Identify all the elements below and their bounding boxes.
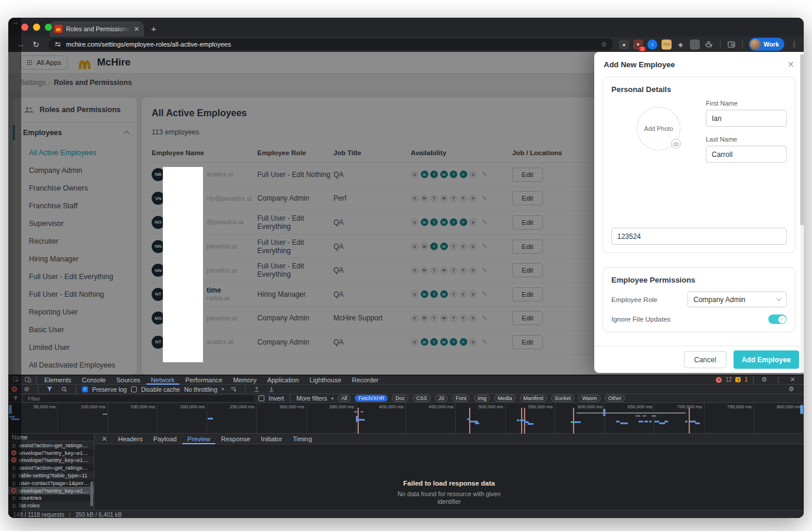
request-type-pill[interactable]: Socket: [551, 395, 575, 402]
filter-funnel-icon[interactable]: [44, 386, 55, 392]
devtools-menu-icon[interactable]: ⋮: [773, 376, 784, 384]
reload-icon[interactable]: ↻: [30, 40, 42, 49]
more-filters-caret-icon: ▾: [331, 396, 333, 401]
devtools-divider: [290, 394, 290, 402]
camera-icon[interactable]: [671, 139, 681, 149]
devtools-close-icon[interactable]: ✕: [787, 376, 798, 384]
close-window-button[interactable]: [21, 24, 28, 31]
waterfall-mark: [651, 415, 656, 417]
devtools-panel-icon[interactable]: [726, 40, 736, 50]
new-tab-button[interactable]: +: [151, 24, 156, 34]
device-toolbar-icon[interactable]: [22, 376, 33, 383]
mcdonalds-favicon: [54, 25, 63, 33]
site-info-icon[interactable]: [54, 41, 61, 47]
request-type-pill[interactable]: JS: [435, 395, 448, 402]
disable-cache-label: Disable cache: [141, 386, 180, 393]
devtools-settings-icon[interactable]: ⚙: [759, 376, 770, 384]
extension-icon-notif[interactable]: ♥ 11: [633, 40, 643, 50]
waterfall-marks: [8, 403, 804, 433]
request-type-pill[interactable]: Font: [452, 395, 470, 402]
request-type-pill[interactable]: Other: [605, 395, 626, 402]
network-filter-input[interactable]: [23, 395, 254, 402]
details-tab[interactable]: Headers: [113, 434, 148, 444]
console-errors-icon[interactable]: ×: [716, 377, 722, 383]
diamond-extension-icon[interactable]: ◆: [676, 40, 686, 50]
browser-tab[interactable]: Roles and Permissions | Cand ✕: [50, 21, 144, 37]
url-text[interactable]: mchire.com/settings/employee-roles/all-a…: [66, 41, 596, 48]
tab-close-icon[interactable]: ✕: [134, 25, 139, 33]
last-name-field[interactable]: [706, 146, 787, 163]
network-conditions-icon[interactable]: [228, 386, 239, 392]
first-name-field[interactable]: [706, 110, 787, 127]
request-type-pill[interactable]: Fetch/XHR: [355, 395, 388, 402]
request-type-pill[interactable]: Manifest: [520, 395, 547, 402]
network-settings-icon[interactable]: ⚙: [786, 385, 797, 393]
password-manager-icon[interactable]: 1: [647, 40, 657, 50]
import-har-icon[interactable]: [251, 386, 262, 392]
minimize-window-button[interactable]: [33, 24, 40, 31]
personal-details-title: Personal Details: [611, 85, 787, 94]
devtools-tab[interactable]: Application: [263, 375, 304, 385]
employee-id-field[interactable]: [611, 228, 787, 245]
bookmark-star-icon[interactable]: ☆: [601, 40, 607, 48]
devtools-panel: ElementsConsoleSourcesNetworkPerformance…: [8, 375, 804, 518]
request-list-scrollbar[interactable]: [90, 481, 93, 506]
devtools-tab[interactable]: Console: [77, 375, 110, 385]
export-har-icon[interactable]: [266, 386, 277, 392]
request-type-pill[interactable]: CSS: [412, 395, 431, 402]
disable-cache-checkbox[interactable]: [131, 386, 137, 392]
devtools-divider: [753, 376, 754, 384]
console-warnings-icon[interactable]: !: [735, 377, 741, 382]
details-tab[interactable]: Response: [217, 434, 256, 444]
close-details-icon[interactable]: ✕: [97, 435, 112, 443]
more-filters-button[interactable]: More filters: [296, 395, 327, 402]
details-tab[interactable]: Timing: [288, 434, 317, 444]
request-type-pill[interactable]: Media: [494, 395, 516, 402]
zoom-window-button[interactable]: [45, 24, 52, 31]
browser-menu-icon[interactable]: ⋮: [791, 40, 798, 48]
close-icon[interactable]: ✕: [787, 60, 794, 69]
extensions-puzzle-icon[interactable]: [704, 40, 714, 50]
address-bar[interactable]: mchire.com/settings/employee-roles/all-a…: [48, 38, 613, 50]
waterfall-mark: [361, 411, 364, 412]
devtools-tab[interactable]: Recorder: [347, 375, 383, 385]
extension-icon[interactable]: ▲: [619, 40, 629, 50]
ignore-file-updates-label: Ignore File Updates: [611, 316, 670, 323]
network-overview-timeline[interactable]: 50,000 ms100,000 ms150,000 ms200,000 ms2…: [8, 403, 804, 434]
devtools-tabbar-right: × 12 ! 1 ⚙ ⋮ ✕: [716, 376, 801, 384]
extension-badge: 11: [639, 47, 646, 51]
request-name: envelope/?sentry_key=e135d9e…: [19, 457, 91, 463]
details-tab[interactable]: Payload: [149, 434, 182, 444]
request-type-pill[interactable]: Img: [474, 395, 490, 402]
devtools-tab[interactable]: Network: [146, 375, 179, 385]
waterfall-mark: [644, 421, 648, 422]
devtools-tab[interactable]: Elements: [40, 375, 76, 385]
toolbar-divider: [742, 40, 743, 48]
clear-network-icon[interactable]: ⊘: [21, 385, 32, 393]
modal-scrollbar[interactable]: [800, 52, 804, 373]
cancel-button[interactable]: Cancel: [684, 351, 726, 368]
preserve-log-checkbox[interactable]: ✓: [82, 386, 88, 392]
employee-role-select[interactable]: Company Admin: [687, 291, 787, 307]
waterfall-mark: [649, 421, 651, 422]
details-tab[interactable]: Preview: [182, 434, 215, 444]
devtools-tab[interactable]: Lighthouse: [304, 375, 346, 385]
devtools-tab[interactable]: Sources: [112, 375, 145, 385]
devtools-tab[interactable]: Memory: [228, 375, 261, 385]
toolbar-divider: [720, 40, 721, 48]
request-type-pill[interactable]: Doc: [392, 395, 408, 402]
request-type-pill[interactable]: Wasm: [578, 395, 600, 402]
request-type-pill[interactable]: All: [338, 395, 351, 402]
details-tab[interactable]: Initiator: [256, 434, 287, 444]
profile-chip[interactable]: Work: [749, 38, 784, 51]
ignore-file-updates-toggle[interactable]: ✓: [768, 314, 787, 324]
devtools-tab-label: Memory: [233, 376, 257, 384]
version-extension-icon[interactable]: 7.0.0: [662, 40, 672, 50]
extension-icon-gray[interactable]: [690, 40, 700, 50]
devtools-tab[interactable]: Performance: [181, 375, 227, 385]
search-icon[interactable]: [59, 386, 70, 392]
throttling-select[interactable]: No throttling: [184, 386, 218, 393]
add-photo-dropzone[interactable]: Add Photo: [637, 107, 680, 150]
invert-checkbox[interactable]: [258, 395, 264, 401]
add-employee-button[interactable]: Add Employee: [734, 350, 799, 369]
